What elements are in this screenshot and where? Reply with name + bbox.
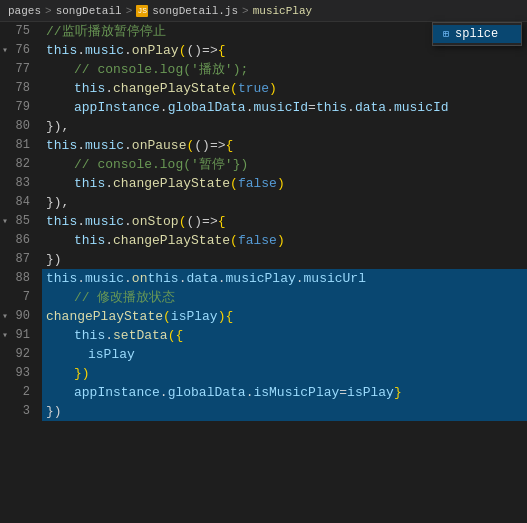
token: ( (230, 231, 238, 250)
code-line-90: changePlayState(isPlay){ (42, 307, 527, 326)
token: ){ (218, 307, 234, 326)
code-line-93: }) (42, 364, 527, 383)
token: ()=> (194, 136, 225, 155)
token: ) (277, 174, 285, 193)
token: ( (230, 174, 238, 193)
autocomplete-label: splice (455, 27, 498, 41)
code-line-87: }) (42, 250, 527, 269)
token: onPlay (132, 41, 179, 60)
token: ({ (168, 326, 184, 345)
token: . (77, 136, 85, 155)
gutter-line-85: 85 (0, 212, 36, 231)
token: music (85, 136, 124, 155)
token: = (339, 383, 347, 402)
gutter-line-88: 88 (0, 269, 36, 288)
code-line-92: isPlay (42, 345, 527, 364)
token: . (124, 136, 132, 155)
token: . (105, 231, 113, 250)
gutter-line-83: 83 (0, 174, 36, 193)
token: changePlayState (113, 79, 230, 98)
token: . (105, 326, 113, 345)
token: ( (179, 212, 187, 231)
token: }) (233, 155, 249, 174)
token: }), (46, 193, 69, 212)
token: { (226, 136, 234, 155)
code-line-86: this.changePlayState(false) (42, 231, 527, 250)
token: . (246, 383, 254, 402)
token: ( (186, 136, 194, 155)
token: isMusicPlay (253, 383, 339, 402)
token: . (77, 269, 85, 288)
token: '暂停' (191, 155, 233, 174)
breadcrumb-file[interactable]: songDetail.js (152, 5, 238, 17)
token: changePlayState (113, 174, 230, 193)
token: . (77, 212, 85, 231)
token: music (85, 269, 124, 288)
code-line-2: appInstance.globalData.isMusicPlay=isPla… (42, 383, 527, 402)
code-line-85: this.music.onStop(()=>{ (42, 212, 527, 231)
token: = (308, 98, 316, 117)
token: musicPlay (226, 269, 296, 288)
token: onStop (132, 212, 179, 231)
breadcrumb-songdetail[interactable]: songDetail (56, 5, 122, 17)
token: . (296, 269, 304, 288)
gutter-line-92: 92 (0, 345, 36, 364)
token: musicUrl (304, 269, 366, 288)
gutter-line-76: 76 (0, 41, 36, 60)
gutter-line-93: 93 (0, 364, 36, 383)
token: this (74, 79, 105, 98)
token: globalData (168, 383, 246, 402)
token: . (386, 98, 394, 117)
gutter-line-84: 84 (0, 193, 36, 212)
token: }), (46, 117, 69, 136)
code-line-78: this.changePlayState(true) (42, 79, 527, 98)
code-lines: //监听播放暂停停止this.music.onPlay(()=>{// cons… (42, 22, 527, 523)
autocomplete-popup[interactable]: ⊞ splice (432, 22, 522, 46)
gutter-line-90: 90 (0, 307, 36, 326)
breadcrumb-pages[interactable]: pages (8, 5, 41, 17)
token: . (77, 41, 85, 60)
token: . (347, 98, 355, 117)
code-line-77: // console.log('播放'); (42, 60, 527, 79)
token: music (85, 41, 124, 60)
gutter-line-7: 7 (0, 288, 36, 307)
token: }) (74, 364, 90, 383)
code-line-81: this.music.onPause(()=>{ (42, 136, 527, 155)
token: //监听播放暂停停止 (46, 22, 166, 41)
token: musicId (253, 98, 308, 117)
token: this (46, 269, 77, 288)
code-line-88: this.music.onthis.data.musicPlay.musicUr… (42, 269, 527, 288)
gutter-line-86: 86 (0, 231, 36, 250)
token: this (74, 326, 105, 345)
code-line-79: appInstance.globalData.musicId=this.data… (42, 98, 527, 117)
token: ( (179, 41, 187, 60)
token: . (160, 98, 168, 117)
code-line-82: // console.log('暂停'}) (42, 155, 527, 174)
token: // 修改播放状态 (74, 288, 175, 307)
token: false (238, 174, 277, 193)
gutter-line-91: 91 (0, 326, 36, 345)
token: { (218, 212, 226, 231)
token: . (124, 41, 132, 60)
gutter-line-81: 81 (0, 136, 36, 155)
file-icon: JS (136, 5, 148, 17)
token: . (105, 174, 113, 193)
token: data (187, 269, 218, 288)
code-area: 757677787980818283848586878879091929323 … (0, 22, 527, 523)
code-line-3: }) (42, 402, 527, 421)
breadcrumb-function: musicPlay (253, 5, 312, 17)
token: . (105, 79, 113, 98)
token: ) (269, 79, 277, 98)
code-line-80: }), (42, 117, 527, 136)
token: ) (277, 231, 285, 250)
token: this (74, 174, 105, 193)
token: appInstance (74, 383, 160, 402)
token: // console.log( (74, 155, 191, 174)
code-line-91: this.setData({ (42, 326, 527, 345)
token: '播放' (191, 60, 233, 79)
token: changePlayState (113, 231, 230, 250)
gutter-line-80: 80 (0, 117, 36, 136)
autocomplete-item[interactable]: ⊞ splice (433, 25, 521, 43)
token: ); (233, 60, 249, 79)
token: on (132, 269, 148, 288)
